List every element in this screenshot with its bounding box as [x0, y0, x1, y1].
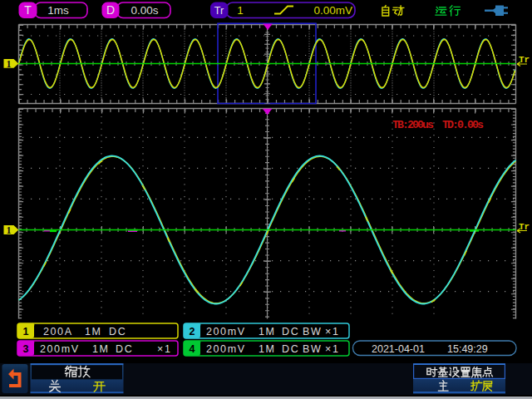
svg-text:1: 1: [7, 224, 12, 236]
svg-text:200mV: 200mV: [206, 326, 246, 337]
svg-text:DC: DC: [116, 343, 133, 355]
svg-text:×1: ×1: [325, 343, 339, 355]
svg-text:2: 2: [190, 326, 195, 337]
svg-text:1M: 1M: [92, 343, 110, 355]
svg-text:1M: 1M: [85, 326, 102, 337]
svg-text:1: 1: [23, 326, 29, 337]
svg-text:2021-04-01: 2021-04-01: [372, 343, 425, 355]
svg-text:3: 3: [23, 343, 29, 355]
svg-text:0.00s: 0.00s: [131, 4, 158, 17]
svg-text:1: 1: [237, 4, 244, 17]
svg-text:T: T: [24, 3, 32, 17]
svg-text:0.00mV: 0.00mV: [313, 4, 352, 17]
svg-text:15:49:29: 15:49:29: [447, 343, 488, 355]
svg-text:Tr: Tr: [519, 55, 530, 65]
svg-text:BW: BW: [303, 343, 322, 355]
svg-text:DC: DC: [282, 343, 299, 355]
svg-text:200A: 200A: [43, 326, 73, 337]
svg-text:1M: 1M: [259, 343, 276, 355]
svg-text:D: D: [106, 3, 115, 17]
svg-text:×1: ×1: [157, 343, 171, 355]
svg-text:4: 4: [190, 343, 195, 355]
svg-text:200mV: 200mV: [40, 343, 80, 355]
svg-text:BW: BW: [303, 326, 322, 337]
svg-text:×1: ×1: [325, 326, 339, 337]
svg-text:1M: 1M: [259, 326, 276, 337]
svg-text:DC: DC: [109, 326, 126, 337]
svg-text:1: 1: [7, 58, 12, 70]
svg-text:Tr: Tr: [519, 222, 530, 232]
svg-text:200mV: 200mV: [206, 343, 246, 355]
svg-text:Tr: Tr: [214, 5, 224, 17]
svg-text:TB:200us TD:0.00s: TB:200us TD:0.00s: [392, 119, 484, 131]
svg-text:1ms: 1ms: [47, 4, 69, 17]
svg-text:DC: DC: [282, 326, 299, 337]
